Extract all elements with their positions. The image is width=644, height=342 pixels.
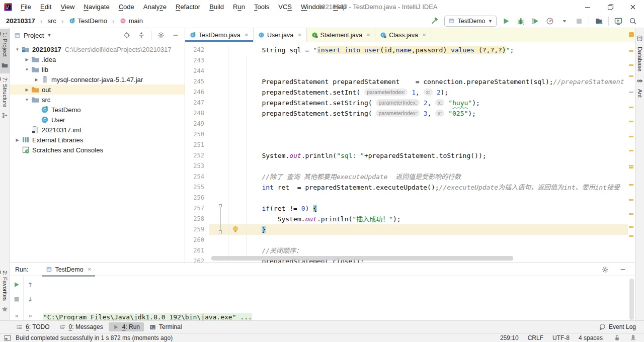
gutter-fold-area[interactable] — [209, 140, 228, 150]
search-button[interactable] — [628, 16, 638, 26]
stripe-favorites[interactable]: 2: Favorites — [0, 268, 10, 317]
error-stripe-mark[interactable] — [629, 165, 633, 166]
menu-edit[interactable]: Edit — [36, 0, 56, 14]
close-icon[interactable]: ✕ — [422, 32, 426, 38]
fold-marker-end[interactable] — [219, 230, 222, 233]
tab-testdemo-java[interactable]: CTestDemo.java✕ — [185, 28, 254, 42]
gutter-fold-area[interactable] — [209, 87, 228, 98]
run-button[interactable] — [12, 280, 22, 290]
chevron-down-icon[interactable]: ▼ — [23, 98, 31, 102]
menu-analyze[interactable]: Analyze — [139, 0, 171, 14]
chevron-right-icon[interactable]: ▶ — [23, 88, 31, 92]
expand-icon[interactable]: » — [15, 313, 19, 319]
widget-button[interactable] — [594, 16, 604, 26]
chevron-down-icon[interactable]: ▼ — [23, 67, 31, 72]
error-stripe-mark[interactable] — [629, 150, 633, 151]
profiler-button[interactable] — [545, 16, 555, 26]
gutter-fold-area[interactable] — [209, 55, 228, 66]
tree-item-lib[interactable]: ▼lib — [10, 64, 185, 74]
menu-navigate[interactable]: Navigate — [79, 0, 114, 14]
menu-tools[interactable]: Tools — [250, 0, 274, 14]
inspection-indicator[interactable] — [629, 32, 634, 37]
encoding-widget[interactable]: UTF-8 — [552, 334, 570, 341]
code-editor[interactable]: 242String sql = "insert into user(id,nam… — [185, 42, 628, 263]
tree-item-mysql-connector-java-5-1-47-jar[interactable]: ▶mysql-connector-java-5.1.47.jar — [10, 74, 185, 84]
tree-item-external-libraries[interactable]: ▶External Libraries — [10, 135, 185, 145]
coverage-button[interactable] — [530, 16, 540, 26]
line-number[interactable]: 254 — [185, 172, 209, 182]
menu-refactor[interactable]: Refactor — [171, 0, 205, 14]
locate-button[interactable] — [122, 30, 132, 40]
gutter-fold-area[interactable] — [209, 66, 228, 76]
error-stripe-mark[interactable] — [629, 107, 633, 108]
menu-view[interactable]: View — [56, 0, 79, 14]
tree-item-src[interactable]: ▼src — [10, 95, 185, 105]
lock-button[interactable] — [612, 333, 622, 342]
menu-vcs[interactable]: VCS — [274, 0, 296, 14]
horizontal-scrollbar[interactable] — [211, 256, 513, 261]
error-stripe-mark[interactable] — [629, 136, 633, 137]
chevron-right-icon[interactable]: ▶ — [23, 57, 31, 62]
line-number[interactable]: 256 — [185, 193, 209, 203]
tree-item-out[interactable]: ▶out — [10, 84, 185, 95]
breadcrumb-main[interactable]: mmain — [120, 17, 143, 25]
tree-item-scratches-and-consoles[interactable]: Scratches and Consoles — [10, 145, 185, 155]
event-log-button[interactable]: Event Log — [599, 323, 636, 330]
intention-bulb-icon[interactable] — [232, 226, 239, 234]
hector-button[interactable] — [628, 333, 638, 342]
build-button[interactable] — [430, 16, 440, 26]
line-number[interactable]: 247 — [185, 98, 209, 108]
chevron-down-icon[interactable]: ▼ — [13, 47, 22, 52]
line-number[interactable]: 255 — [185, 182, 209, 193]
window-max-button[interactable] — [599, 0, 621, 14]
tree-item-20210317-iml[interactable]: 20210317.iml — [10, 125, 185, 135]
line-number[interactable]: 245 — [185, 76, 209, 87]
toolwindow-button-0-messages[interactable]: 0: Messages — [55, 322, 107, 331]
close-icon[interactable]: ✕ — [88, 267, 92, 272]
line-number[interactable]: 262 — [185, 256, 209, 263]
expand-icon[interactable]: » — [29, 313, 32, 319]
monitor-run-button[interactable] — [613, 16, 623, 26]
line-number[interactable]: 252 — [185, 150, 209, 161]
tree-item-20210317[interactable]: ▼20210317C:\Users\dell\IdeaProjects\2021… — [10, 44, 185, 54]
line-number[interactable]: 253 — [185, 161, 209, 172]
tab-statement-java[interactable]: IStatement.java✕ — [307, 28, 376, 42]
arrow-down-button[interactable] — [25, 294, 35, 304]
error-stripe-mark[interactable] — [629, 213, 633, 215]
tab-class-java[interactable]: CClass.java✕ — [375, 28, 431, 42]
breadcrumb-20210317[interactable]: 20210317 — [6, 17, 35, 25]
gutter-fold-area[interactable] — [209, 193, 228, 203]
error-stripe-mark[interactable] — [629, 167, 633, 168]
debug-button[interactable] — [516, 16, 526, 26]
menu-code[interactable]: Code — [114, 0, 139, 14]
run-tab-testdemo[interactable]: TestDemo ✕ — [42, 263, 95, 276]
chevron-right-icon[interactable]: ▶ — [13, 138, 22, 142]
caret-down-button[interactable] — [559, 16, 570, 26]
stop-dis-button[interactable] — [574, 16, 584, 26]
stripe-structure[interactable]: 7: Structure — [0, 74, 10, 124]
gutter-fold-area[interactable] — [209, 245, 228, 256]
run-configuration-select[interactable]: TestDemo▼ — [444, 16, 497, 27]
hide-button[interactable] — [171, 30, 181, 40]
close-icon[interactable]: ✕ — [366, 32, 370, 38]
gutter-fold-area[interactable] — [209, 182, 228, 193]
fold-marker-start[interactable] — [219, 204, 222, 207]
error-stripe-mark[interactable] — [629, 121, 633, 122]
menu-run[interactable]: Run — [228, 0, 250, 14]
hide-button[interactable] — [618, 265, 628, 275]
gutter-fold-area[interactable] — [209, 98, 228, 108]
chevron-right-icon[interactable]: ▶ — [32, 77, 41, 82]
stripe-database[interactable]: Database — [635, 30, 644, 74]
line-number[interactable]: 242 — [185, 45, 209, 55]
gutter-fold-area[interactable] — [209, 45, 228, 55]
error-stripe-mark[interactable] — [629, 226, 633, 228]
line-ending-widget[interactable]: CRLF — [528, 334, 543, 341]
console-scrollbar[interactable] — [629, 279, 634, 320]
toolwindow-button-6-todo[interactable]: 6: TODO — [12, 322, 54, 331]
stripe-ant[interactable]: Ant — [635, 72, 644, 101]
window-min-button[interactable] — [576, 0, 599, 14]
toggle-toolwindows-icon[interactable] — [4, 334, 11, 341]
gutter-fold-area[interactable] — [209, 108, 228, 119]
indent-widget[interactable]: 4 spaces — [579, 334, 603, 341]
line-number[interactable]: 261 — [185, 245, 209, 256]
